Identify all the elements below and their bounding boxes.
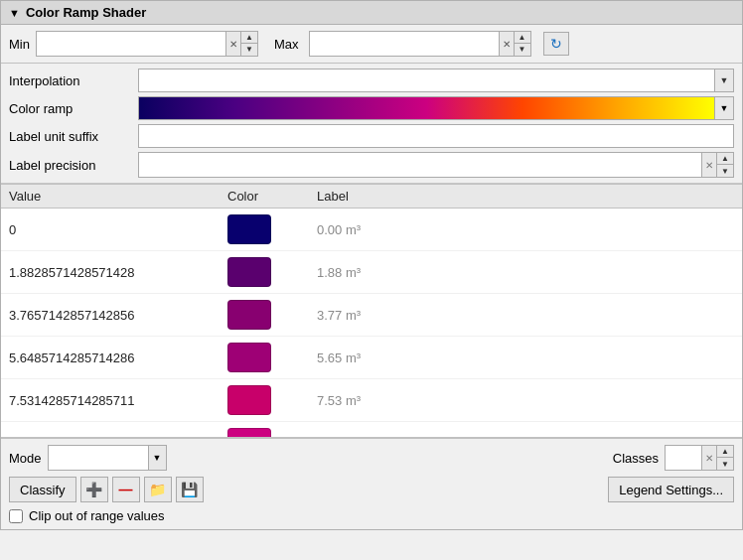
clip-checkbox[interactable] xyxy=(9,509,23,523)
max-spin-up[interactable]: ▲ xyxy=(515,32,530,44)
color-ramp-row: Color ramp ▼ xyxy=(9,96,734,120)
max-clear-button[interactable]: ✕ xyxy=(499,32,514,56)
min-spin-group[interactable]: 0.00 ✕ ▲ ▼ xyxy=(36,31,258,57)
collapse-arrow[interactable]: ▼ xyxy=(9,7,20,19)
remove-icon: — xyxy=(119,482,133,497)
precision-clear-button[interactable]: ✕ xyxy=(701,153,716,177)
color-ramp-dropdown-arrow[interactable]: ▼ xyxy=(714,96,734,120)
clip-row: Clip out of range values xyxy=(9,508,734,523)
precision-spin-down[interactable]: ▼ xyxy=(717,165,733,177)
cell-color xyxy=(220,298,309,332)
bottom-controls: Mode Equal Interval ▼ Classes 15 ✕ ▲ ▼ xyxy=(1,438,742,529)
interpolation-combo[interactable]: Linear ▼ xyxy=(138,69,734,92)
table-row: 1.88285714285714281.88 m³ xyxy=(1,251,742,294)
load-button[interactable]: 📁 xyxy=(144,477,172,502)
min-spin-arrows: ▲ ▼ xyxy=(240,32,257,56)
classes-spin-down[interactable]: ▼ xyxy=(717,458,733,470)
color-ramp-label: Color ramp xyxy=(9,101,138,116)
max-spin-down[interactable]: ▼ xyxy=(515,44,530,56)
color-ramp-shader-panel: ▼ Color Ramp Shader Min 0.00 ✕ ▲ ▼ Max 2… xyxy=(0,0,743,530)
col-header-value: Value xyxy=(1,187,220,206)
precision-spin-up[interactable]: ▲ xyxy=(717,153,733,165)
table-row: 9.41428571428571469.41 m³ xyxy=(1,422,742,437)
action-left: Classify ➕ — 📁 💾 xyxy=(9,477,204,502)
table-row: 5.64857142857142865.65 m³ xyxy=(1,337,742,379)
cell-value: 0 xyxy=(1,220,220,239)
cell-color xyxy=(220,212,309,246)
classes-spin-arrows: ▲ ▼ xyxy=(716,446,733,470)
action-right: Legend Settings... xyxy=(608,477,734,502)
min-max-row: Min 0.00 ✕ ▲ ▼ Max 26.36 ✕ ▲ ▼ ↻ xyxy=(1,25,742,64)
max-label: Max xyxy=(274,37,299,52)
classes-spin[interactable]: 15 ✕ ▲ ▼ xyxy=(665,445,734,471)
classify-button[interactable]: Classify xyxy=(9,477,76,502)
min-spin-down[interactable]: ▼ xyxy=(241,44,257,56)
precision-spin-arrows: ▲ ▼ xyxy=(716,153,733,177)
mode-classes-row: Mode Equal Interval ▼ Classes 15 ✕ ▲ ▼ xyxy=(9,445,734,471)
cell-value: 7.5314285714285711 xyxy=(1,391,220,410)
cell-label: 3.77 m³ xyxy=(309,306,742,325)
color-swatch[interactable] xyxy=(227,428,271,437)
min-spin-up[interactable]: ▲ xyxy=(241,32,257,44)
color-swatch[interactable] xyxy=(227,214,271,244)
label-precision-spin[interactable]: 2 ✕ ▲ ▼ xyxy=(138,152,734,178)
label-unit-input[interactable]: m³ xyxy=(138,124,734,148)
mode-label: Mode xyxy=(9,451,42,466)
color-swatch[interactable] xyxy=(227,343,271,372)
min-label: Min xyxy=(9,37,30,52)
interpolation-dropdown-arrow[interactable]: ▼ xyxy=(714,69,734,92)
cell-color xyxy=(220,255,309,289)
cell-value: 9.4142857142857146 xyxy=(1,434,220,438)
cell-color xyxy=(220,426,309,437)
save-button[interactable]: 💾 xyxy=(176,477,204,502)
cell-value: 1.8828571428571428 xyxy=(1,263,220,282)
label-unit-row: Label unit suffix m³ xyxy=(9,124,734,148)
add-icon: ➕ xyxy=(85,482,102,497)
label-unit-label: Label unit suffix xyxy=(9,129,138,144)
cell-label: 7.53 m³ xyxy=(309,391,742,410)
cell-color xyxy=(220,383,309,417)
classes-spin-up[interactable]: ▲ xyxy=(717,446,733,458)
legend-settings-button[interactable]: Legend Settings... xyxy=(608,477,734,502)
mode-dropdown-arrow[interactable]: ▼ xyxy=(148,446,166,470)
cell-label: 5.65 m³ xyxy=(309,349,742,367)
form-section: Interpolation Linear ▼ Color ramp ▼ Labe… xyxy=(1,64,742,184)
label-precision-label: Label precision xyxy=(9,158,138,173)
cell-color xyxy=(220,341,309,374)
classes-clear-button[interactable]: ✕ xyxy=(701,446,716,470)
mode-input[interactable]: Equal Interval xyxy=(49,446,148,470)
mode-combo[interactable]: Equal Interval ▼ xyxy=(48,445,167,471)
clip-label: Clip out of range values xyxy=(29,508,165,523)
folder-icon: 📁 xyxy=(149,482,166,497)
label-precision-row: Label precision 2 ✕ ▲ ▼ xyxy=(9,152,734,178)
classes-label: Classes xyxy=(613,451,659,466)
table-row: 3.76571428571428563.77 m³ xyxy=(1,294,742,337)
max-input[interactable]: 26.36 xyxy=(310,32,499,56)
color-ramp-display[interactable] xyxy=(138,96,714,120)
interpolation-row: Interpolation Linear ▼ xyxy=(9,69,734,92)
classes-input[interactable]: 15 xyxy=(666,446,701,470)
min-input[interactable]: 0.00 xyxy=(37,32,225,56)
cell-label: 1.88 m³ xyxy=(309,263,742,282)
color-table: Value Color Label 00.00 m³1.882857142857… xyxy=(1,184,742,438)
table-row: 00.00 m³ xyxy=(1,209,742,251)
remove-class-button[interactable]: — xyxy=(112,477,140,502)
save-icon: 💾 xyxy=(181,482,198,497)
cell-label: 9.41 m³ xyxy=(309,434,742,438)
panel-title: Color Ramp Shader xyxy=(26,5,146,20)
max-spin-arrows: ▲ ▼ xyxy=(514,32,530,56)
color-swatch[interactable] xyxy=(227,257,271,287)
col-header-label: Label xyxy=(309,187,742,206)
label-precision-input[interactable]: 2 xyxy=(139,153,701,177)
table-header: Value Color Label xyxy=(1,185,742,209)
color-swatch[interactable] xyxy=(227,385,271,415)
add-class-button[interactable]: ➕ xyxy=(80,477,108,502)
panel-header: ▼ Color Ramp Shader xyxy=(1,1,742,25)
color-swatch[interactable] xyxy=(227,300,271,330)
max-spin-group[interactable]: 26.36 ✕ ▲ ▼ xyxy=(309,31,531,57)
cell-label: 0.00 m³ xyxy=(309,220,742,239)
col-header-color: Color xyxy=(220,187,309,206)
interpolation-input[interactable]: Linear xyxy=(138,69,714,92)
refresh-button[interactable]: ↻ xyxy=(543,32,569,56)
min-clear-button[interactable]: ✕ xyxy=(225,32,240,56)
